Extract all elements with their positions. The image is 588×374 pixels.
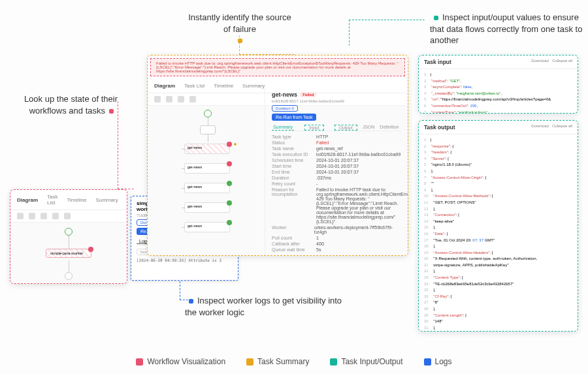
- download-button[interactable]: Download: [531, 59, 549, 63]
- end-node[interactable]: [65, 272, 73, 280]
- log-line: [2024-06-28 04:59:35] Attribute is 3: [137, 258, 233, 262]
- workflow-viz-panel: Diagram Task List Timeline Summary Workf…: [10, 189, 127, 284]
- legend: Workflow Visualization Task Summary Task…: [0, 357, 588, 366]
- zoom-out-icon[interactable]: [41, 213, 47, 219]
- connector-io: [349, 20, 425, 46]
- input-code[interactable]: 1{2 "method": "GET",3 "asyncComplete": f…: [419, 69, 578, 114]
- collapse-button[interactable]: Collapse all: [552, 59, 572, 63]
- status-badge: Failed: [300, 92, 316, 97]
- output-code[interactable]: 1{2 "response": {3 "headers": {4 "Server…: [419, 134, 578, 332]
- collapse-button[interactable]: Collapse all: [552, 124, 572, 128]
- zoom-in-icon[interactable]: [29, 213, 35, 219]
- dot-teal: [434, 16, 438, 20]
- tab-timeline[interactable]: Timeline: [67, 197, 86, 203]
- subtab-json[interactable]: JSON: [363, 125, 375, 131]
- error-banner: Failed to invoke HTTP task due to: org.s…: [150, 58, 405, 76]
- task-node[interactable]: get-news: [184, 222, 230, 232]
- start-node[interactable]: [65, 228, 73, 236]
- selected-indicator: [233, 142, 238, 147]
- failure-panel: Failed to invoke HTTP task due to: org.s…: [147, 55, 408, 256]
- dot-pink: [109, 109, 114, 114]
- exec-id: bd01f628-8017-11ef-9b8a-ba6bc61cba99: [272, 99, 401, 103]
- tab-tasklist[interactable]: Task List: [47, 194, 57, 206]
- callout-io: Inspect input/ouput values to ensure tha…: [430, 12, 583, 46]
- task-input-panel: Task inputDownload Collapse all 1{2 "met…: [418, 55, 578, 114]
- task-node[interactable]: get-news: [184, 163, 230, 174]
- task-node[interactable]: get-news: [184, 183, 230, 193]
- subtab-summary[interactable]: Summary: [272, 125, 294, 131]
- input-title: Task inputDownload Collapse all: [419, 55, 578, 69]
- task-title: get-newsFailed: [272, 91, 401, 98]
- legend-swatch-blue: [424, 358, 431, 366]
- rerun-button-c[interactable]: Re-Run from Task: [272, 114, 316, 121]
- legend-swatch-pink: [136, 358, 143, 366]
- duration-chip: Duration 0: [272, 105, 298, 112]
- connector-failure: [239, 35, 295, 55]
- subtab-def[interactable]: Definition: [380, 125, 399, 131]
- legend-swatch-amber: [246, 358, 253, 366]
- refresh-icon[interactable]: [154, 96, 161, 102]
- subtab-input[interactable]: Input: [304, 125, 324, 131]
- tab-summary[interactable]: Summary: [95, 197, 118, 203]
- start-node-c[interactable]: [204, 110, 212, 117]
- legend-swatch-teal: [330, 358, 337, 366]
- kv-row: Task typeHTTP: [272, 134, 401, 140]
- connector-state: [118, 101, 134, 189]
- task-node-failed[interactable]: simple-java-worker: [46, 249, 91, 258]
- dot-blue: [189, 299, 193, 304]
- subtab-output[interactable]: Output: [335, 125, 357, 131]
- expand-icon[interactable]: [64, 213, 71, 219]
- toolbar-left: [10, 210, 127, 223]
- tab-diagram[interactable]: Diagram: [17, 197, 38, 203]
- task-output-panel: Task outputDownload Collapse all 1{2 "re…: [418, 120, 578, 332]
- zoom-in-icon[interactable]: [166, 96, 172, 102]
- download-button[interactable]: Download: [531, 124, 549, 128]
- task-node[interactable]: get-news: [184, 202, 230, 213]
- fork-node[interactable]: [200, 125, 216, 134]
- refresh-icon[interactable]: [17, 213, 24, 219]
- tab-diagram-c[interactable]: Diagram: [154, 83, 175, 89]
- fit-icon[interactable]: [189, 96, 196, 102]
- workflow-canvas-left[interactable]: simple-java-worker: [10, 223, 127, 283]
- callout-logs: Inspect worker logs to get visibility in…: [185, 295, 355, 318]
- zoom-out-icon[interactable]: [178, 96, 184, 102]
- task-summary-pane: get-newsFailed bd01f628-8017-11ef-9b8a-b…: [265, 87, 408, 256]
- task-node[interactable]: get-news: [184, 144, 230, 154]
- workflow-canvas-center[interactable]: get-news get-news get-news get-news get-…: [148, 106, 408, 256]
- callout-state: Look up the state of their workflows and…: [20, 93, 118, 116]
- fit-icon[interactable]: [52, 213, 59, 219]
- output-title: Task outputDownload Collapse all: [419, 121, 578, 134]
- tabs-left: Diagram Task List Timeline Summary Workf…: [10, 190, 127, 210]
